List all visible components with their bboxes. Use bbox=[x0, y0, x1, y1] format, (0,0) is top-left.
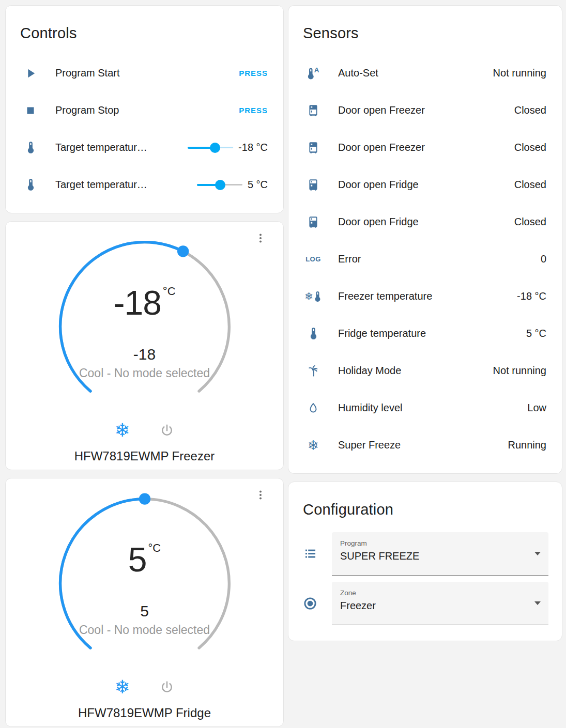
fridge-bottom-icon bbox=[307, 215, 320, 229]
snowflake-icon: ❄ bbox=[114, 421, 130, 440]
target-temperature: 5°C bbox=[54, 543, 235, 577]
thermostat-card: -18°C -18 Cool - No mode selected ❄ HFW7… bbox=[5, 221, 284, 470]
svg-text:A: A bbox=[314, 66, 319, 74]
sensor-value: Running bbox=[508, 439, 562, 451]
temperature-slider[interactable] bbox=[197, 180, 242, 190]
snowflake-icon: ❄ bbox=[114, 678, 130, 696]
thermostat-dial[interactable]: 5°C 5 Cool - No mode selected bbox=[54, 493, 235, 674]
cool-mode-button[interactable]: ❄ bbox=[111, 677, 133, 698]
temperature-slider[interactable] bbox=[188, 143, 233, 153]
more-menu-button[interactable] bbox=[253, 488, 268, 502]
sensor-value: Not running bbox=[493, 365, 562, 377]
sensor-label: Freezer temperature bbox=[338, 290, 517, 302]
sensor-value: 0 bbox=[541, 253, 562, 265]
controls-rows: Program StartPRESS Program StopPRESS Tar… bbox=[6, 55, 283, 213]
configuration-card: Configuration Program SUPER FREEZE Zone … bbox=[288, 482, 562, 641]
mode-status: Cool - No mode selected bbox=[54, 623, 235, 637]
press-button[interactable]: PRESS bbox=[236, 102, 271, 119]
stop-icon bbox=[24, 104, 37, 117]
dial-handle[interactable] bbox=[139, 493, 150, 504]
dashboard: Controls Program StartPRESS Program Stop… bbox=[0, 0, 566, 728]
sensor-value: 5 °C bbox=[526, 328, 562, 339]
sensor-label: Humidity level bbox=[338, 402, 527, 414]
slider-knob[interactable] bbox=[215, 180, 225, 190]
power-icon bbox=[159, 679, 175, 695]
control-label: Target temperatur… bbox=[55, 142, 188, 153]
control-row: Program StopPRESS bbox=[6, 92, 283, 129]
sensor-row[interactable]: A Auto-Set Not running bbox=[288, 55, 562, 92]
log-icon: LOG bbox=[305, 255, 321, 263]
sensor-label: Holiday Mode bbox=[338, 365, 493, 377]
device-name: HFW7819EWMP Freezer bbox=[74, 449, 215, 463]
temperature-unit: °C bbox=[163, 285, 176, 298]
sensor-value: Closed bbox=[514, 104, 562, 116]
more-vert-icon bbox=[254, 489, 267, 501]
sensor-row[interactable]: Holiday Mode Not running bbox=[288, 352, 562, 390]
control-row: Program StartPRESS bbox=[6, 55, 283, 92]
current-temperature: 5 bbox=[54, 602, 235, 620]
sensor-row[interactable]: Door open Fridge Closed bbox=[288, 166, 562, 204]
mode-buttons: ❄ bbox=[111, 677, 177, 698]
select-label: Program bbox=[340, 539, 526, 547]
sensor-value: Low bbox=[527, 402, 562, 414]
press-button[interactable]: PRESS bbox=[236, 65, 271, 82]
sensor-row[interactable]: LOG Error 0 bbox=[288, 241, 562, 278]
power-off-button[interactable] bbox=[156, 422, 178, 439]
thermometer-auto-icon: A bbox=[306, 66, 320, 81]
sensor-value: -18 °C bbox=[517, 290, 562, 302]
fridge-top-icon bbox=[307, 141, 320, 154]
sensor-value: Closed bbox=[514, 142, 562, 153]
configuration-row: Program SUPER FREEZE bbox=[288, 532, 548, 576]
mode-status: Cool - No mode selected bbox=[54, 366, 235, 380]
fridge-top-icon bbox=[307, 104, 320, 117]
temperature-unit: °C bbox=[148, 541, 161, 554]
current-temperature: -18 bbox=[54, 346, 235, 363]
power-off-button[interactable] bbox=[156, 678, 178, 696]
snowflake-icon: ❄ bbox=[308, 439, 319, 452]
select-value: SUPER FREEZE bbox=[340, 550, 526, 562]
sensor-row[interactable]: Door open Freezer Closed bbox=[288, 92, 562, 129]
sensor-row[interactable]: Door open Fridge Closed bbox=[288, 204, 562, 241]
sensor-value: Closed bbox=[514, 216, 562, 228]
thermometer-icon bbox=[307, 327, 320, 340]
configuration-fields: Program SUPER FREEZE Zone Freezer bbox=[288, 532, 562, 641]
sensor-label: Door open Fridge bbox=[338, 179, 514, 191]
sensor-label: Fridge temperature bbox=[338, 328, 526, 339]
thermostat-dial[interactable]: -18°C -18 Cool - No mode selected bbox=[54, 236, 235, 417]
more-vert-icon bbox=[254, 232, 267, 244]
target-temperature: -18°C bbox=[54, 286, 235, 320]
cool-mode-button[interactable]: ❄ bbox=[111, 420, 133, 441]
control-value: -18 °C bbox=[238, 142, 283, 153]
sensor-row[interactable]: Humidity level Low bbox=[288, 390, 562, 427]
control-label: Program Stop bbox=[55, 104, 236, 116]
sensor-value: Not running bbox=[493, 67, 562, 79]
thermometer-icon bbox=[24, 141, 38, 154]
sensors-rows: A Auto-Set Not running Door open Freezer… bbox=[288, 55, 562, 473]
list-icon bbox=[303, 547, 317, 561]
sensor-label: Error bbox=[338, 253, 541, 265]
controls-card: Controls Program StartPRESS Program Stop… bbox=[5, 5, 284, 213]
slider-knob[interactable] bbox=[210, 143, 220, 153]
zone-select[interactable]: Zone Freezer bbox=[332, 582, 548, 625]
sensor-row[interactable]: ❄ Freezer temperature -18 °C bbox=[288, 278, 562, 315]
control-row: Target temperatur… 5 °C bbox=[6, 166, 283, 204]
sensor-row[interactable]: ❄ Super Freeze Running bbox=[288, 427, 562, 464]
chevron-down-icon bbox=[534, 552, 541, 555]
power-icon bbox=[159, 423, 175, 438]
more-menu-button[interactable] bbox=[253, 231, 268, 245]
mode-buttons: ❄ bbox=[111, 420, 177, 441]
snowflake-thermometer-icon: ❄ bbox=[304, 291, 323, 302]
dial-handle[interactable] bbox=[177, 245, 189, 257]
sensor-row[interactable]: Door open Freezer Closed bbox=[288, 129, 562, 166]
configuration-row: Zone Freezer bbox=[288, 582, 548, 625]
select-label: Zone bbox=[340, 589, 526, 597]
water-drop-icon bbox=[307, 401, 320, 415]
device-name: HFW7819EWMP Fridge bbox=[78, 706, 211, 720]
sensors-card-title: Sensors bbox=[288, 6, 562, 42]
sensor-label: Door open Freezer bbox=[338, 104, 514, 116]
control-row: Target temperatur… -18 °C bbox=[6, 129, 283, 166]
sensor-row[interactable]: Fridge temperature 5 °C bbox=[288, 315, 562, 352]
configuration-card-title: Configuration bbox=[288, 482, 562, 519]
control-value: 5 °C bbox=[248, 179, 283, 191]
program-select[interactable]: Program SUPER FREEZE bbox=[332, 532, 548, 576]
